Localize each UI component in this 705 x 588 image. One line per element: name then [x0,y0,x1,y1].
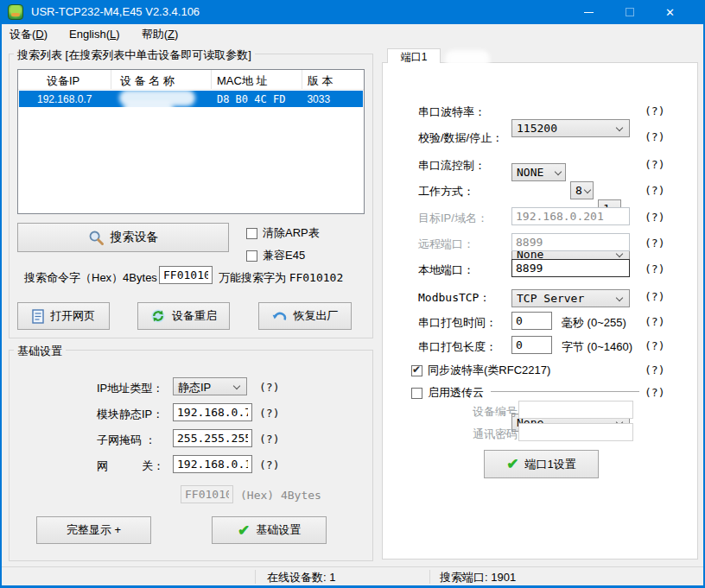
device-id-input [518,401,633,419]
cloud-box[interactable] [411,388,422,399]
restart-device-button[interactable]: 设备重启 [137,302,230,330]
remote-port-help[interactable]: (?) [645,237,664,250]
title-bar: USR-TCP232-M4,E45 V2.3.4.106 ✕ [0,0,705,24]
parity-help[interactable]: (?) [645,130,664,143]
gateway-input[interactable] [173,455,252,473]
window-title: USR-TCP232-M4,E45 V2.3.4.106 [31,5,200,18]
cloud-help[interactable]: (?) [645,386,664,399]
search-cmd-input[interactable] [159,266,213,284]
app-icon [8,4,23,20]
static-ip-label: 模块静态IP： [97,407,163,422]
menu-help[interactable]: 帮助(Z) [134,24,187,45]
local-port-help[interactable]: (?) [645,262,664,275]
device-mac-cell: D8 B0 4C FD 96 A8 [212,91,302,107]
dest-ip-help[interactable]: (?) [645,211,664,224]
close-button[interactable]: ✕ [651,0,689,24]
parity-label: 校验/数据/停止： [418,130,503,146]
basic-hex-input [181,485,233,503]
static-ip-help[interactable]: (?) [259,407,279,420]
device-table[interactable]: 设备IP 设 备 名 称 MAC地 址 版 本 192.168.0.7 D8 B… [17,69,365,214]
col-device-name[interactable]: 设 备 名 称 [111,70,212,89]
modbus-help[interactable]: (?) [645,290,664,303]
subnet-mask-input[interactable] [173,429,252,447]
static-ip-input[interactable] [173,403,252,421]
work-mode-help[interactable]: (?) [645,184,664,197]
restart-icon [150,308,166,324]
close-icon: ✕ [665,6,675,19]
local-port-input[interactable] [511,259,630,277]
chevron-down-icon [616,250,623,257]
maximize-button[interactable] [610,0,649,24]
ip-type-help[interactable]: (?) [259,381,279,394]
remote-port-input [511,233,630,251]
webpage-icon [32,309,44,324]
status-bar: 在线设备数: 1 搜索端口: 1901 [2,566,703,585]
sync-baud-checkbox[interactable]: 同步波特率(类RFC2217) [411,363,550,378]
flow-help[interactable]: (?) [645,158,664,171]
redaction-smudge-tail [124,103,174,114]
basic-apply-button[interactable]: ✔ 基础设置 [212,516,327,544]
ip-type-select[interactable]: 静态IP [173,377,247,395]
work-mode-select[interactable]: TCP Server [511,289,630,307]
compat-e45-label: 兼容E45 [263,248,305,263]
pack-time-label: 串口打包时间： [418,315,497,331]
check-icon: ✔ [238,522,250,540]
sync-baud-box[interactable] [411,365,422,376]
tab-port1[interactable]: 端口1 [387,48,441,63]
open-webpage-button[interactable]: 打开网页 [17,302,110,330]
minimize-button[interactable] [569,0,608,24]
col-device-ip[interactable]: 设备IP [18,70,111,89]
clear-arp-checkbox[interactable]: 清除ARP表 [246,225,320,241]
port1-apply-button[interactable]: ✔ 端口1设置 [484,450,599,478]
basic-settings-group-title: 基础设置 [14,344,66,359]
clear-arp-box[interactable] [246,228,257,239]
local-port-label: 本地端口： [418,262,474,278]
check-icon: ✔ [506,455,518,473]
subnet-mask-label: 子网掩码 ： [97,433,156,448]
pack-time-help[interactable]: (?) [645,315,664,328]
pack-len-label: 串口打包长度： [418,339,497,355]
search-device-button[interactable]: 搜索设备 [17,223,229,252]
full-display-button[interactable]: 完整显示 + [36,516,151,544]
modbus-label: ModbusTCP： [418,290,490,306]
sync-baud-help[interactable]: (?) [645,364,664,376]
baud-help[interactable]: (?) [645,104,664,117]
pack-time-unit: 毫秒 (0~255) [562,315,626,331]
parity-value: NONE [517,166,543,179]
pack-len-help[interactable]: (?) [645,339,664,352]
status-divider [255,570,256,584]
ip-type-value: 静态IP [178,381,211,394]
minimize-icon [584,12,594,13]
menu-english[interactable]: English(L) [61,25,128,43]
pack-len-input[interactable] [511,336,552,354]
col-mac[interactable]: MAC地 址 [212,70,302,89]
search-cmd-hint: 万能搜索字为 FF010102 [219,270,343,286]
search-device-label: 搜索设备 [111,230,159,245]
sync-baud-label: 同步波特率(类RFC2217) [428,363,550,378]
databits-value: 8 [575,184,582,197]
gateway-help[interactable]: (?) [259,458,279,471]
search-cmd-label: 搜索命令字（Hex）4Bytes [24,270,157,286]
databits-select[interactable]: 8 [570,181,594,199]
compat-e45-box[interactable] [246,250,257,262]
work-mode-label: 工作方式： [418,184,474,199]
pack-time-input[interactable] [511,312,552,330]
subnet-mask-help[interactable]: (?) [259,433,279,446]
device-ip-cell: 192.168.0.7 [19,91,112,107]
cloud-checkbox[interactable]: 启用透传云 [411,385,484,401]
flow-label: 串口流控制： [418,158,486,174]
device-version-cell: 3033 [302,91,363,107]
factory-reset-button[interactable]: 恢复出厂 [258,302,352,330]
baud-value: 115200 [517,122,557,135]
cloud-label: 启用透传云 [428,385,484,401]
chevron-down-icon [584,187,591,193]
baud-label: 串口波特率： [418,104,486,120]
baud-select[interactable]: 115200 [511,119,630,137]
col-version[interactable]: 版 本 [302,70,364,89]
full-display-label: 完整显示 + [67,522,121,538]
menu-device[interactable]: 设备(D) [2,24,55,45]
cloud-divider [491,391,639,392]
online-device-count: 在线设备数: 1 [267,570,335,585]
compat-e45-checkbox[interactable]: 兼容E45 [246,248,305,263]
parity-select[interactable]: NONE [511,163,566,181]
